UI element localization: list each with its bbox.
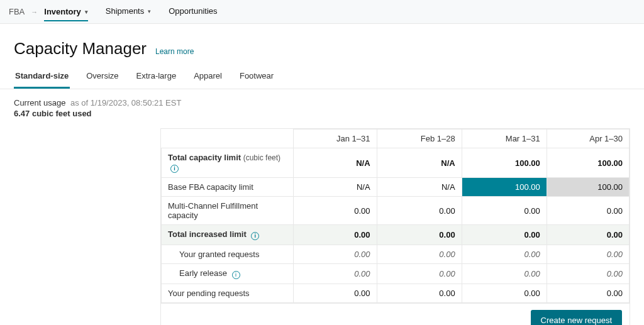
cell: N/A — [377, 178, 462, 197]
cell: 0.00 — [462, 197, 547, 225]
row-label: Base FBA capacity limit — [162, 178, 294, 197]
row-granted-requests: Your granted requests 0.00 0.00 0.00 0.0… — [162, 245, 630, 264]
row-label: Multi-Channel Fulfillment capacity — [162, 197, 294, 225]
table-header-row: Jan 1–31 Feb 1–28 Mar 1–31 Apr 1–30 — [162, 129, 630, 148]
cell: 0.00 — [377, 245, 462, 264]
current-usage-asof: as of 1/19/2023, 08:50:21 EST — [70, 98, 181, 107]
chevron-right-icon: → — [31, 8, 38, 16]
row-label: Total increased limit — [168, 229, 247, 239]
tab-extra-large[interactable]: Extra-large — [135, 65, 178, 89]
row-label: Your pending requests — [162, 284, 294, 303]
cell: 0.00 — [462, 284, 547, 303]
row-unit: (cubic feet) — [243, 153, 280, 162]
col-header: Feb 1–28 — [377, 129, 462, 148]
cell: 0.00 — [294, 225, 377, 245]
cell: 0.00 — [547, 225, 629, 245]
tab-oversize[interactable]: Oversize — [85, 65, 119, 89]
row-early-release: Early release i 0.00 0.00 0.00 0.00 — [162, 264, 630, 284]
current-usage-detail: 6.47 cubic feet used — [14, 109, 630, 118]
row-mcf: Multi-Channel Fulfillment capacity 0.00 … — [162, 197, 630, 225]
cell: 0.00 — [462, 264, 547, 284]
tab-apparel[interactable]: Apparel — [192, 65, 223, 89]
row-base-fba: Base FBA capacity limit N/A N/A 100.00 1… — [162, 178, 630, 197]
cell: 0.00 — [294, 264, 377, 284]
page-title: Capacity Manager — [14, 39, 147, 58]
info-icon[interactable]: i — [232, 271, 240, 279]
cell: 0.00 — [294, 197, 377, 225]
nav-opportunities-label: Opportunities — [169, 6, 217, 16]
create-new-request-button[interactable]: Create new request — [531, 310, 622, 325]
info-icon[interactable]: i — [170, 165, 179, 173]
tabs: Standard-size Oversize Extra-large Appar… — [0, 65, 644, 89]
cell: N/A — [294, 178, 377, 197]
learn-more-link[interactable]: Learn more — [155, 47, 194, 56]
cell: 0.00 — [294, 284, 377, 303]
chevron-down-icon: ▾ — [85, 9, 88, 15]
cell: 100.00 — [547, 148, 629, 178]
table-footer: Create new request — [160, 304, 630, 325]
nav-opportunities[interactable]: Opportunities — [169, 6, 217, 17]
breadcrumb-root[interactable]: FBA — [9, 7, 25, 16]
cell: N/A — [377, 148, 462, 178]
page-header: Capacity Manager Learn more — [0, 24, 644, 65]
cell: 0.00 — [462, 225, 547, 245]
nav-shipments-label: Shipments — [106, 6, 144, 16]
col-header: Mar 1–31 — [462, 129, 547, 148]
top-nav: FBA → Inventory ▾ Shipments ▾ Opportunit… — [0, 0, 644, 24]
row-label: Total capacity limit — [168, 153, 241, 162]
col-header: Apr 1–30 — [547, 129, 629, 148]
info-icon[interactable]: i — [251, 232, 259, 240]
row-label: Your granted requests — [162, 245, 294, 264]
nav-inventory-label: Inventory — [44, 7, 81, 16]
row-total-capacity: Total capacity limit (cubic feet) i N/A … — [162, 148, 630, 178]
cell: N/A — [294, 148, 377, 178]
current-usage-label: Current usage — [14, 98, 65, 107]
cell: 100.00 — [462, 148, 547, 178]
current-usage: Current usage as of 1/19/2023, 08:50:21 … — [0, 89, 644, 123]
col-header: Jan 1–31 — [294, 129, 377, 148]
row-label: Early release — [179, 268, 227, 278]
cell: 0.00 — [377, 197, 462, 225]
cell: 0.00 — [547, 264, 629, 284]
cell: 0.00 — [547, 197, 629, 225]
tab-footwear[interactable]: Footwear — [238, 65, 275, 89]
cell: 0.00 — [547, 284, 629, 303]
cell: 0.00 — [462, 245, 547, 264]
cell: 0.00 — [377, 284, 462, 303]
capacity-table: Jan 1–31 Feb 1–28 Mar 1–31 Apr 1–30 Tota… — [160, 128, 630, 304]
tab-standard-size[interactable]: Standard-size — [14, 65, 70, 89]
cell: 0.00 — [377, 225, 462, 245]
cell-confirmed: 100.00 — [462, 178, 547, 197]
cell: 0.00 — [547, 245, 629, 264]
cell-estimate: 100.00 — [547, 178, 629, 197]
nav-inventory[interactable]: Inventory ▾ — [44, 7, 88, 21]
cell: 0.00 — [294, 245, 377, 264]
cell: 0.00 — [377, 264, 462, 284]
row-total-increased: Total increased limit i 0.00 0.00 0.00 0… — [162, 225, 630, 245]
nav-shipments[interactable]: Shipments ▾ — [106, 6, 151, 17]
chevron-down-icon: ▾ — [148, 8, 151, 14]
row-pending-requests: Your pending requests 0.00 0.00 0.00 0.0… — [162, 284, 630, 303]
